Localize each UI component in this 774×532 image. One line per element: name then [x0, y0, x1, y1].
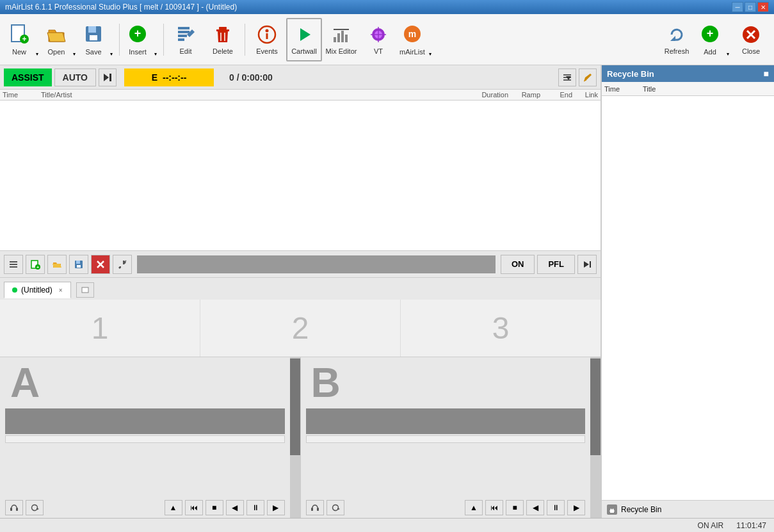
col-duration: Duration — [457, 91, 508, 99]
time-display-value: --:--:-- — [163, 72, 186, 83]
edit-button[interactable]: Edit — [168, 18, 204, 61]
player-a-eject[interactable]: ▲ — [165, 500, 182, 515]
save-file-button[interactable] — [69, 255, 88, 274]
tab-status-dot — [12, 287, 17, 293]
cart-cell-3[interactable]: 3 — [401, 300, 601, 357]
player-a-prev[interactable]: ⏮ — [185, 500, 203, 515]
open-arrow[interactable]: ▾ — [70, 18, 78, 61]
minimize-button[interactable]: ─ — [732, 2, 743, 12]
open-icon — [46, 24, 67, 45]
player-a-loop[interactable] — [26, 500, 44, 515]
player-b-prev[interactable]: ⏮ — [485, 500, 503, 515]
insert-arrow[interactable]: ▾ — [152, 18, 159, 61]
add-arrow[interactable]: ▾ — [724, 18, 732, 61]
cartwall-area: 1 2 3 — [0, 300, 601, 357]
right-toolbar: Refresh + Add ▾ — [659, 18, 769, 61]
player-a-headphones[interactable] — [5, 500, 23, 515]
tools-button[interactable] — [113, 255, 132, 274]
player-b: B — [301, 357, 601, 518]
separator-3 — [245, 24, 245, 56]
sort-button[interactable] — [558, 69, 576, 86]
mini-toolbar: + — [0, 251, 601, 278]
svg-rect-48 — [10, 266, 17, 268]
player-a: A — [0, 357, 301, 518]
vt-label: VT — [374, 47, 383, 55]
pfl-button[interactable]: PFL — [537, 255, 575, 274]
window-close-button[interactable]: ✕ — [757, 2, 769, 12]
delete-button[interactable]: Delete — [205, 18, 241, 61]
close-button[interactable]: Close — [733, 18, 769, 61]
player-a-play[interactable]: ▶ — [267, 500, 285, 515]
svg-rect-9 — [178, 31, 189, 33]
svg-rect-5 — [90, 35, 97, 40]
player-b-loop[interactable] — [327, 500, 344, 515]
skip-button[interactable] — [99, 69, 117, 86]
tab-untitled[interactable]: (Untitled) × — [4, 282, 71, 298]
events-button[interactable]: Events — [249, 18, 285, 61]
recycle-icon — [608, 506, 616, 513]
player-a-stop[interactable]: ■ — [206, 500, 223, 515]
open-button[interactable]: Open — [42, 18, 70, 61]
new-button[interactable]: + New — [5, 18, 33, 61]
assist-button[interactable]: ASSIST — [4, 69, 52, 86]
cartwall-icon — [294, 24, 314, 45]
loop-icon-a — [30, 503, 39, 512]
open-file-button[interactable] — [47, 255, 67, 274]
maximize-button[interactable]: □ — [745, 2, 756, 12]
player-a-pause[interactable]: ⏸ — [246, 500, 264, 515]
hamburger-icon — [8, 259, 19, 270]
mairlist-button[interactable]: m mAirList — [398, 18, 427, 61]
mix-editor-button[interactable]: Mix Editor — [323, 18, 359, 61]
cart-cell-1[interactable]: 1 — [0, 300, 200, 357]
next-button[interactable] — [577, 255, 597, 274]
player-a-scrollbar[interactable] — [290, 357, 300, 518]
svg-text:m: m — [408, 29, 416, 39]
svg-rect-65 — [317, 508, 319, 511]
player-b-scrollbar[interactable] — [590, 357, 601, 518]
pencil-button[interactable] — [579, 69, 597, 86]
player-b-stop[interactable]: ■ — [506, 500, 524, 515]
new-label: New — [12, 48, 26, 56]
playlist-empty-area — [0, 101, 601, 251]
separator-2 — [163, 24, 164, 56]
auto-button[interactable]: AUTO — [54, 69, 96, 86]
new-tab-button[interactable] — [76, 282, 94, 298]
svg-rect-4 — [88, 26, 96, 33]
open-button-group: Open ▾ — [42, 18, 78, 61]
recycle-bin-close[interactable]: ■ — [764, 69, 769, 78]
playlist-table[interactable]: Time Title/Artist Duration Ramp End Link — [0, 90, 601, 251]
headphones-icon-b — [310, 503, 319, 512]
new-arrow[interactable]: ▾ — [33, 18, 41, 61]
on-air-label: ON AIR — [698, 521, 724, 530]
vt-button[interactable]: VT — [360, 18, 396, 61]
player-a-label: A — [0, 357, 290, 408]
player-b-controls: ▲ ⏮ ■ ◀ ⏸ ▶ — [301, 497, 591, 518]
save-arrow[interactable]: ▾ — [108, 18, 115, 61]
cart-cell-2[interactable]: 2 — [200, 300, 401, 357]
main-toolbar: + New ▾ Open ▾ — [0, 14, 774, 65]
add-file-button[interactable]: + — [26, 255, 45, 274]
player-a-position — [5, 435, 285, 443]
add-button[interactable]: + Add — [696, 18, 724, 61]
player-b-headphones[interactable] — [306, 500, 324, 515]
player-b-pause[interactable]: ⏸ — [547, 500, 565, 515]
player-b-play[interactable]: ▶ — [567, 500, 585, 515]
insert-button[interactable]: + Insert — [124, 18, 152, 61]
player-b-play-prev[interactable]: ◀ — [526, 500, 544, 515]
svg-text:+: + — [22, 35, 26, 44]
recycle-col-title: Title — [643, 85, 771, 93]
svg-marker-58 — [584, 261, 589, 268]
recycle-bin-body[interactable] — [602, 96, 774, 500]
cartwall-button[interactable]: Cartwall — [286, 18, 322, 61]
on-button[interactable]: ON — [501, 255, 535, 274]
player-a-play-prev[interactable]: ◀ — [226, 500, 244, 515]
delete-item-button[interactable] — [91, 255, 110, 274]
hamburger-button[interactable] — [4, 255, 23, 274]
player-b-eject[interactable]: ▲ — [465, 500, 483, 515]
refresh-button[interactable]: Refresh — [659, 18, 695, 61]
mix-editor-label: Mix Editor — [326, 47, 357, 55]
save-button[interactable]: Save — [79, 18, 108, 61]
tab-close-button[interactable]: × — [59, 287, 63, 294]
add-button-group: + Add ▾ — [696, 18, 732, 61]
mairlist-arrow[interactable]: ▾ — [427, 18, 435, 61]
